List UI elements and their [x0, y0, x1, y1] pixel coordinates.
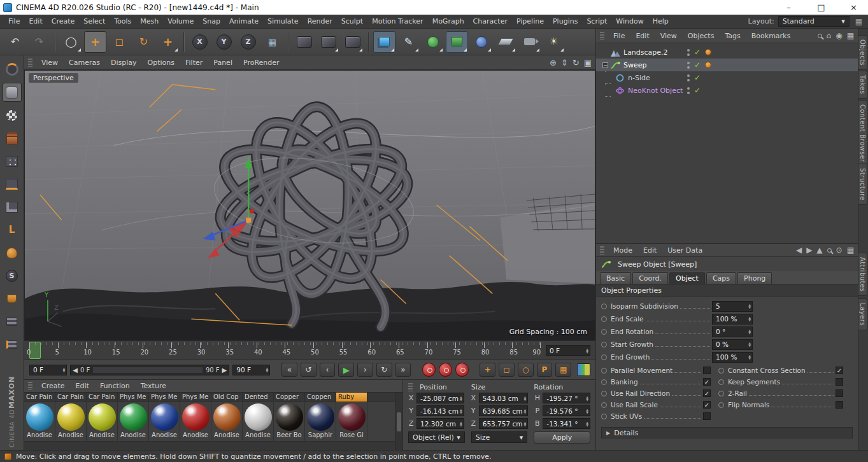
viewport-solo-button[interactable] [3, 243, 22, 262]
search-icon[interactable] [827, 248, 832, 253]
rotation-h-input[interactable]: -195.27 °▲▼ [543, 393, 590, 403]
key-scale-toggle[interactable]: ◻ [499, 363, 515, 377]
timeline-layout-icon[interactable] [577, 363, 590, 376]
timeline-scale[interactable]: 0 5 10 15 20 25 30 35 40 45 50 [29, 341, 541, 360]
side-tab-attributes[interactable]: Attributes [858, 253, 867, 296]
material-name[interactable]: Coppen [305, 393, 336, 402]
viewport-canvas[interactable]: Y Z [25, 71, 595, 340]
panel-grip[interactable] [600, 246, 604, 255]
close-button[interactable]: × [839, 0, 868, 15]
make-editable-button[interactable] [3, 60, 22, 79]
use-rail-scale-checkbox[interactable] [703, 401, 711, 409]
mat-menu-texture[interactable]: Texture [136, 381, 171, 391]
render-view-button[interactable] [293, 31, 315, 53]
enable-axis-button[interactable]: L [3, 220, 22, 239]
menu-animate[interactable]: Animate [225, 16, 263, 27]
menu-create[interactable]: Create [47, 16, 80, 27]
obj-menu-edit[interactable]: Edit [630, 31, 654, 41]
add-camera-button[interactable] [518, 31, 541, 53]
preview-range-slider[interactable]: ◀ 0 F 90 F ▶ [70, 365, 229, 375]
vp-menu-filter[interactable]: Filter [180, 57, 208, 68]
attr-menu-userdata[interactable]: User Data [662, 245, 708, 256]
material-name-selected[interactable]: Ruby [336, 393, 367, 402]
end-growth-input[interactable]: 100 %▲▼ [712, 352, 753, 363]
workplane-mode-button[interactable] [3, 129, 22, 148]
points-mode-button[interactable] [3, 151, 22, 171]
end-rotation-input[interactable]: 0 °▲▼ [712, 326, 753, 337]
current-frame-input[interactable]: 0 F ▲▼ [546, 345, 590, 356]
material-swatch[interactable]: Anodise [118, 402, 149, 441]
viewport-camera-label[interactable]: Perspective [29, 73, 78, 83]
home-icon[interactable]: ⌂ [827, 31, 832, 40]
anim-dot-icon[interactable] [601, 304, 607, 309]
vp-menu-cameras[interactable]: Cameras [64, 57, 105, 68]
model-mode-button[interactable] [3, 83, 22, 102]
anim-dot-icon[interactable] [601, 354, 607, 360]
attr-menu-edit[interactable]: Edit [638, 245, 662, 256]
side-tab-takes[interactable]: Takes [858, 71, 867, 99]
add-panel-icon[interactable]: ▦ [847, 31, 854, 40]
tab-caps[interactable]: Caps [706, 272, 736, 284]
tree-row-sweep[interactable]: − Sweep ✓ [596, 59, 858, 71]
material-swatch[interactable]: Anodise [87, 402, 118, 441]
key-position-toggle[interactable]: + [480, 363, 495, 377]
enable-check-icon[interactable]: ✓ [694, 73, 701, 82]
obj-menu-bookmarks[interactable]: Bookmarks [746, 31, 795, 41]
material-name[interactable]: Car Pain [55, 393, 87, 402]
layer-manager-button[interactable] [3, 312, 22, 331]
start-growth-input[interactable]: 0 %▲▼ [712, 339, 753, 350]
history-icon[interactable]: ▲ [816, 246, 822, 255]
material-scrollbar[interactable] [395, 393, 402, 450]
range-end-input[interactable]: 90 F ▲▼ [232, 365, 270, 375]
render-picture-viewer-button[interactable] [317, 31, 339, 53]
material-name[interactable]: Copper [274, 393, 305, 402]
polygons-mode-button[interactable] [3, 197, 22, 216]
key-pla-toggle[interactable]: ▦ [555, 363, 571, 377]
tab-phong[interactable]: Phong [737, 272, 772, 284]
stick-uvs-checkbox[interactable] [703, 412, 711, 420]
parallel-movement-checkbox[interactable] [703, 367, 711, 374]
menu-simulate[interactable]: Simulate [263, 16, 303, 27]
enable-check-icon[interactable]: ✓ [694, 86, 701, 95]
lock-y-button[interactable]: Y [213, 31, 235, 53]
menu-render[interactable]: Render [303, 16, 337, 27]
material-swatch[interactable]: Rose Gl [336, 402, 367, 441]
play-button[interactable]: ▶ [338, 363, 354, 377]
search-icon[interactable] [818, 34, 822, 38]
range-right-arrow-icon[interactable]: ▶ [222, 367, 227, 374]
panel-grip[interactable] [28, 382, 32, 390]
rotation-b-input[interactable]: -13.341 °▲▼ [543, 418, 590, 429]
panel-grip[interactable] [28, 59, 32, 67]
material-name[interactable]: Phys Me [180, 393, 211, 402]
size-z-input[interactable]: 653.757 cm▲▼ [479, 418, 529, 429]
goto-start-button[interactable]: « [281, 363, 297, 377]
record-keyframe-button[interactable] [422, 363, 436, 377]
obj-menu-tags[interactable]: Tags [720, 31, 745, 41]
pan-view-icon[interactable]: ⊕ [550, 58, 557, 67]
menu-pipeline[interactable]: Pipeline [512, 16, 548, 27]
menu-sculpt[interactable]: Sculpt [337, 16, 367, 27]
visibility-dots[interactable] [687, 74, 690, 81]
layout-switch-icon[interactable]: ▦ [853, 17, 864, 26]
coord-system-button[interactable]: ▦ [261, 31, 283, 53]
texture-mode-button[interactable] [3, 106, 22, 125]
menu-script[interactable]: Script [582, 16, 611, 27]
add-spline-button[interactable]: ✎ [397, 31, 420, 53]
tree-row-nside[interactable]: n-Side ✓ [596, 71, 858, 84]
collapse-icon[interactable]: − [602, 62, 608, 68]
tab-coord[interactable]: Coord. [632, 272, 668, 284]
mat-menu-function[interactable]: Function [95, 381, 135, 391]
add-cube-button[interactable] [373, 31, 395, 53]
range-start-input[interactable]: 0 F ▲▼ [29, 365, 67, 375]
dolly-view-icon[interactable]: ⇕ [561, 58, 568, 67]
menu-mograph[interactable]: MoGraph [428, 16, 469, 27]
add-volume-button[interactable] [470, 31, 492, 53]
position-z-input[interactable]: 12.302 cm▲▼ [416, 418, 464, 429]
vp-menu-prorender[interactable]: ProRender [238, 57, 285, 68]
section-object-properties[interactable]: Object Properties [596, 284, 858, 297]
menu-select[interactable]: Select [79, 16, 110, 27]
paint-tool-button[interactable] [3, 289, 22, 308]
maximize-button[interactable]: □ [807, 0, 836, 15]
keyframe-selection-button[interactable] [455, 363, 469, 377]
range-left-arrow-icon[interactable]: ◀ [73, 367, 78, 374]
